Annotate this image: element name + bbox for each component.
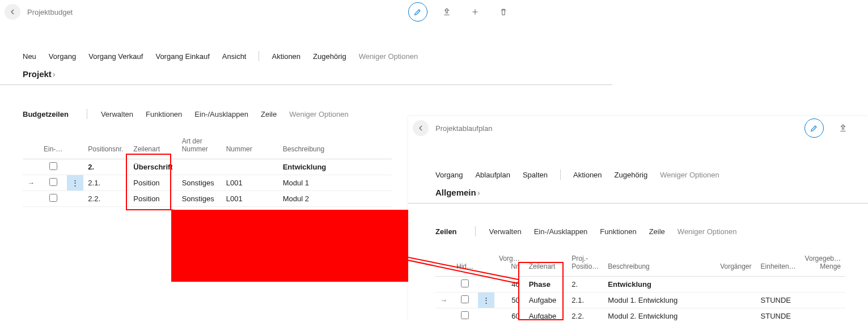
toolbar-zeile[interactable]: Zeile — [649, 227, 665, 236]
row-more[interactable] — [478, 277, 494, 293]
toolbar-weniger[interactable]: Weniger Optionen — [678, 227, 737, 236]
menu-neu[interactable]: Neu — [23, 52, 36, 61]
col-zeilenart: Zeilenart — [529, 262, 556, 270]
edit-button[interactable] — [805, 118, 824, 138]
col-vorgaenger: Vorgänger — [720, 262, 751, 270]
row-arrow — [23, 191, 39, 207]
projektablaufplan-pane: Projektablaufplan Vorgang Ablaufplan Spa… — [408, 116, 868, 322]
menu-aktionen[interactable]: Aktionen — [573, 171, 602, 179]
cell-nummer[interactable]: L001 — [222, 175, 278, 191]
cell-nr: 40 — [494, 277, 524, 293]
table-row[interactable]: 40 Phase 2. Entwicklung — [435, 277, 845, 293]
col-beschreibung: Beschreibung — [283, 145, 324, 153]
cell-einheit[interactable]: STUNDE — [756, 308, 801, 323]
toolbar-separator — [475, 226, 476, 236]
section-header-projekt[interactable]: Projekt› — [0, 67, 612, 85]
share-button[interactable] — [834, 119, 852, 137]
row-more[interactable] — [478, 308, 494, 323]
back-button[interactable] — [5, 4, 20, 20]
col-vorg-nr: Vorg… Nr. — [499, 255, 520, 270]
menu-vorgang[interactable]: Vorgang — [435, 171, 463, 179]
col-einheiten: Einheiten… — [761, 262, 796, 270]
col-art-der-nummer: Art der Nummer — [182, 137, 208, 153]
cell-nr: 60 — [494, 308, 524, 323]
menu-weniger[interactable]: Weniger Optionen — [359, 52, 418, 61]
cell-positionsnr: 2.1. — [83, 175, 129, 191]
title-actions — [805, 118, 863, 138]
cell-art: Sonstiges — [177, 175, 222, 191]
cell-einheit — [756, 277, 801, 293]
menu-spalten[interactable]: Spalten — [523, 171, 548, 179]
cell-nummer[interactable]: L001 — [222, 191, 278, 207]
table-row[interactable]: 2. Überschrift Entwicklung — [23, 159, 392, 175]
zeilen-grid: Hid… Vorg… Nr. Zeilenart Proj.- Positio…… — [435, 251, 845, 322]
toolbar-weniger[interactable]: Weniger Optionen — [289, 110, 349, 118]
delete-button[interactable] — [494, 3, 513, 21]
section-header-label: Projekt — [23, 69, 52, 79]
row-checkbox[interactable] — [49, 194, 57, 202]
menu-ansicht[interactable]: Ansicht — [222, 52, 247, 61]
edit-button[interactable] — [408, 2, 427, 22]
cell-beschreibung: Modul 2 — [278, 191, 392, 207]
cell-art: Sonstiges — [177, 191, 222, 207]
cell-zeilenart: Phase — [524, 277, 568, 293]
row-checkbox[interactable] — [49, 178, 57, 186]
chevron-right-icon: › — [53, 69, 56, 79]
section-header-allgemein[interactable]: Allgemein› — [408, 185, 868, 204]
menu-separator — [259, 51, 259, 61]
menu-weniger[interactable]: Weniger Optionen — [660, 171, 719, 179]
table-row[interactable]: → ⋮ 2.1. Position Sonstiges L001 Modul 1 — [23, 175, 392, 191]
menu-aktionen[interactable]: Aktionen — [272, 52, 300, 61]
cell-vorgaenger — [715, 277, 756, 293]
toolbar-zeile[interactable]: Zeile — [261, 110, 277, 118]
back-button[interactable] — [413, 120, 429, 136]
menu-vorgang[interactable]: Vorgang — [49, 52, 76, 61]
table-row[interactable]: 60 Aufgabe 2.2. Modul 2. Entwicklung STU… — [435, 308, 845, 323]
menu-zugehoerig[interactable]: Zugehörig — [313, 52, 346, 61]
row-more[interactable] — [67, 159, 83, 175]
row-checkbox[interactable] — [49, 162, 57, 170]
toolbar-verwalten[interactable]: Verwalten — [489, 227, 522, 236]
new-button[interactable] — [466, 3, 484, 21]
cell-zeilenart: Position — [129, 191, 177, 207]
toolbar-separator — [87, 109, 87, 119]
menu-zugehoerig[interactable]: Zugehörig — [615, 171, 648, 179]
row-more[interactable]: ⋮ — [478, 293, 494, 308]
cell-positionsnr: 2. — [83, 159, 129, 175]
row-checkbox[interactable] — [461, 279, 469, 287]
menu-vorgang-einkauf[interactable]: Vorgang Einkauf — [155, 52, 209, 61]
cell-menge — [801, 293, 845, 308]
cell-beschreibung: Modul 1 — [278, 175, 392, 191]
col-nummer: Nummer — [226, 145, 252, 153]
row-more[interactable]: ⋮ — [67, 175, 83, 191]
row-checkbox[interactable] — [461, 295, 469, 303]
share-button[interactable] — [438, 3, 456, 21]
chevron-right-icon: › — [477, 188, 480, 197]
cell-zeilenart: Aufgabe — [524, 293, 568, 308]
cell-beschreibung: Entwicklung — [278, 159, 392, 175]
cell-beschreibung: Modul 2. Entwicklung — [603, 308, 715, 323]
cell-art — [177, 159, 222, 175]
toolbar-einaus[interactable]: Ein-/Ausklappen — [194, 110, 248, 118]
cell-beschreibung: Modul 1. Entwicklung — [603, 293, 715, 308]
row-arrow — [435, 308, 452, 323]
menu-ablaufplan[interactable]: Ablaufplan — [475, 171, 510, 179]
menu-separator — [560, 170, 561, 180]
toolbar-verwalten[interactable]: Verwalten — [101, 110, 133, 118]
toolbar-einaus[interactable]: Ein-/Ausklappen — [534, 227, 588, 236]
menu-vorgang-verkauf[interactable]: Vorgang Verkauf — [88, 52, 143, 61]
row-checkbox[interactable] — [461, 311, 469, 319]
cell-proj: 2.2. — [567, 308, 603, 323]
toolbar-funktionen[interactable]: Funktionen — [146, 110, 182, 118]
toolbar-funktionen[interactable]: Funktionen — [600, 227, 636, 236]
table-row[interactable]: → ⋮ 50 Aufgabe 2.1. Modul 1. Entwicklung… — [435, 293, 845, 308]
cell-proj: 2. — [567, 277, 603, 293]
zeilen-toolbar: Zeilen Verwalten Ein-/Ausklappen Funktio… — [408, 218, 868, 243]
cell-einheit[interactable]: STUNDE — [756, 293, 801, 308]
table-row[interactable]: 2.2. Position Sonstiges L001 Modul 2 — [23, 191, 392, 207]
row-more[interactable] — [67, 191, 83, 207]
cell-zeilenart: Position — [129, 175, 177, 191]
page-title: Projektablaufplan — [435, 124, 492, 133]
cell-nummer — [222, 159, 278, 175]
col-ein: Ein-… — [44, 145, 62, 153]
